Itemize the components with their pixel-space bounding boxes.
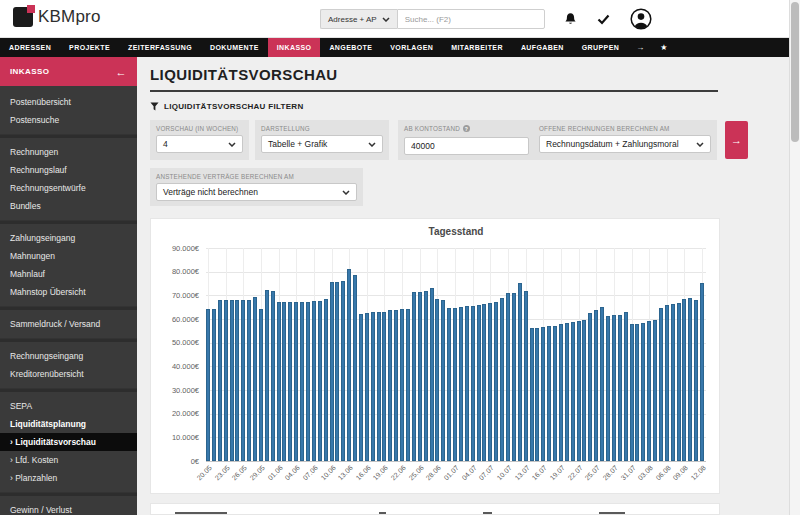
bar-80 [677,303,681,461]
sidebar-item[interactable]: Mahnungen [0,247,137,265]
sidebar-item[interactable]: Postenübersicht [0,93,137,111]
user-avatar-icon[interactable] [630,8,652,30]
sidebar-item[interactable]: Liquiditätsplanung [0,415,137,433]
bar-37 [424,291,428,461]
sidebar-divider [0,134,137,138]
sidebar-item[interactable]: Mahnlauf [0,265,137,283]
sidebar-item[interactable]: Rechnungseingang [0,347,137,365]
bar-73 [635,324,639,462]
sidebar-item[interactable]: › Lfd. Kosten [0,451,137,469]
chevron-down-icon [228,142,236,147]
app-logo[interactable]: KBMpro [13,7,101,27]
bar-31 [388,310,392,461]
clipped-text [483,512,492,514]
bar-54 [524,291,528,461]
bar-18 [312,301,316,461]
nav-favorites-star-icon[interactable]: ★ [652,38,675,57]
nav-item-projekte[interactable]: PROJEKTE [60,38,119,57]
search-input[interactable] [397,9,545,29]
nav-item-angebote[interactable]: ANGEBOTE [320,38,381,57]
sidebar-item[interactable]: Bundles [0,197,137,215]
nav-item-mitarbeiter[interactable]: MITARBEITER [442,38,512,57]
bar-75 [647,321,651,461]
offene-rechnungen-select[interactable]: Rechnungsdatum + Zahlungsmoral [539,135,711,153]
bar-7 [247,300,251,461]
sidebar-menu: PostenübersichtPostensucheRechnungenRech… [0,86,137,515]
sidebar-item[interactable]: Mahnstop Übersicht [0,283,137,301]
sidebar-item[interactable]: Gewinn / Verlust [0,501,137,515]
bar-0 [206,309,210,461]
clipped-text [599,512,625,514]
bar-3 [224,300,228,461]
sidebar-item[interactable]: Kreditorenübersicht [0,365,137,383]
nav-item-dokumente[interactable]: DOKUMENTE [201,38,268,57]
logo-text: KBMpro [38,7,101,27]
vorschau-select[interactable]: 4 [156,135,243,153]
bar-29 [377,312,381,461]
arrow-right-icon: → [731,134,742,146]
chevron-down-icon [342,190,350,195]
bar-41 [447,308,451,461]
nav-arrow-icon[interactable]: → [628,38,652,57]
bar-65 [588,313,592,461]
bar-58 [547,326,551,461]
nav-item-aufgaben[interactable]: AUFGABEN [512,38,573,57]
bar-26 [359,314,363,461]
sidebar-item[interactable]: › Planzahlen [0,469,137,487]
sidebar-item[interactable]: SEPA [0,397,137,415]
bar-70 [618,315,622,461]
bar-82 [688,298,692,461]
chevron-down-icon [382,17,390,22]
notifications-bell-icon[interactable] [564,12,577,26]
help-icon[interactable]: ? [463,125,470,132]
bar-17 [306,302,310,462]
filter-vertraege-label: ANSTEHENDE VERTRÄGE BERECHNEN AM [156,173,357,180]
sidebar-item[interactable]: Rechnungen [0,143,137,161]
topbar-icons [564,8,652,30]
sidebar-item[interactable]: › Liquiditätsvorschau [0,433,137,451]
bar-13 [282,302,286,461]
bar-24 [347,269,351,461]
nav-item-inkasso[interactable]: INKASSO [268,38,321,57]
nav-item-vorlagen[interactable]: VORLAGEN [381,38,442,57]
filter-kontostand: AB KONTOSTAND ? [398,120,535,160]
bar-5 [235,300,239,461]
bar-40 [441,300,445,461]
bar-50 [500,298,504,461]
apply-filter-button[interactable]: → [725,121,748,159]
filter-vorschau: VORSCHAU (IN WOCHEN) 4 [150,120,249,160]
top-bar: KBMpro Adresse + AP [0,0,800,38]
sidebar-item[interactable]: Sammeldruck / Versand [0,315,137,333]
filter-vertraege: ANSTEHENDE VERTRÄGE BERECHNEN AM Verträg… [150,168,363,206]
bar-43 [459,307,463,461]
search-scope-select[interactable]: Adresse + AP [320,9,397,29]
nav-item-gruppen[interactable]: GRUPPEN [573,38,628,57]
filter-section-header[interactable]: LIQUIDITÄTSVORSCHAU FILTERN [150,102,304,111]
bar-81 [682,299,686,461]
bar-33 [400,309,404,461]
bar-20 [324,299,328,461]
gridline-horizontal [206,461,706,462]
sidebar-item[interactable]: Rechnungslauf [0,161,137,179]
vertraege-select[interactable]: Verträge nicht berechnen [156,183,357,201]
nav-item-zeiterfassung[interactable]: ZEITERFASSUNG [119,38,201,57]
sidebar-item[interactable]: Zahlungseingang [0,229,137,247]
bar-47 [482,304,486,461]
bar-2 [218,300,222,461]
bar-10 [265,290,269,461]
sidebar-item[interactable]: Rechnungsentwürfe [0,179,137,197]
nav-item-adressen[interactable]: ADRESSEN [0,38,60,57]
sidebar-item[interactable]: Postensuche [0,111,137,129]
darstellung-select[interactable]: Tabelle + Grafik [261,135,383,153]
sidebar-collapse-arrow-icon[interactable]: ← [116,66,127,78]
check-icon[interactable] [597,14,610,25]
page-title: LIQUIDITÄTSVORSCHAU [150,66,338,83]
title-divider [150,90,718,92]
sidebar-header: INKASSO ← [0,57,137,86]
bar-11 [271,291,275,461]
scrollbar-thumb[interactable] [791,2,799,142]
bar-79 [671,304,675,461]
kontostand-input[interactable] [404,137,529,155]
global-search: Adresse + AP [320,9,545,29]
bar-67 [600,307,604,461]
